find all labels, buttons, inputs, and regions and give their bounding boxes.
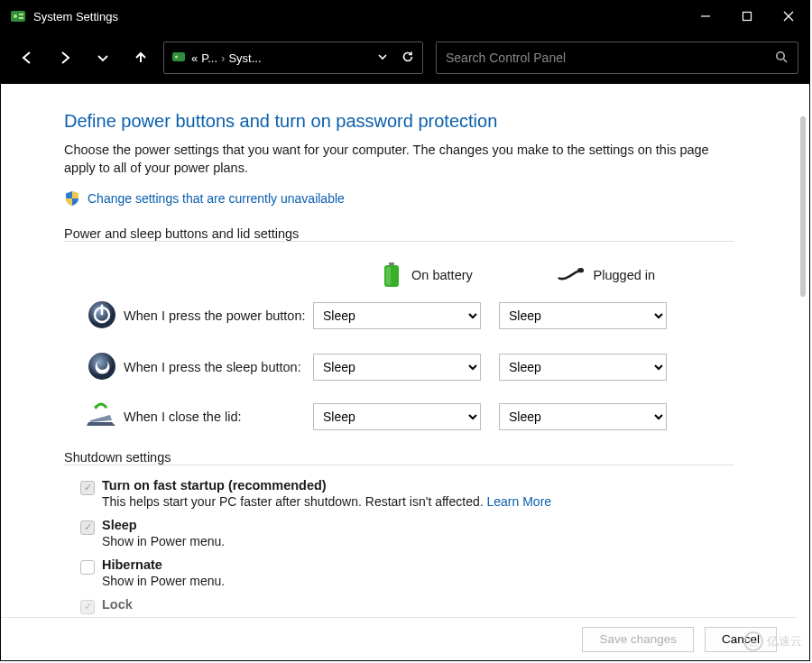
fast-startup-desc: This helps start your PC faster after sh…	[102, 494, 551, 509]
breadcrumb-prefix: «	[191, 51, 198, 65]
svg-rect-0	[11, 11, 25, 22]
page-title: Define power buttons and turn on passwor…	[64, 111, 734, 132]
sleep-button-battery-select[interactable]: Sleep	[313, 354, 481, 381]
hibernate-label: Hibernate	[102, 557, 225, 572]
svg-point-1	[14, 14, 17, 18]
save-changes-button[interactable]: Save changes	[582, 627, 694, 652]
scrollbar-thumb[interactable]	[800, 116, 806, 297]
hibernate-desc: Show in Power menu.	[102, 574, 225, 588]
column-plugged-label: Plugged in	[594, 268, 656, 282]
window-title: System Settings	[33, 10, 118, 23]
fast-startup-label: Turn on fast startup (recommended)	[102, 478, 551, 493]
chevron-right-icon: ›	[221, 51, 225, 65]
nav-up-button[interactable]	[125, 42, 156, 73]
power-button-battery-select[interactable]: Sleep	[313, 302, 481, 329]
checkbox-fast-startup[interactable]: ✓	[80, 481, 95, 495]
app-icon	[10, 8, 26, 24]
svg-rect-8	[172, 52, 185, 61]
titlebar: System Settings	[1, 1, 809, 32]
address-bar[interactable]: « P... › Syst...	[163, 41, 423, 74]
checkbox-lock[interactable]: ✓	[80, 600, 95, 614]
nav-back-button[interactable]	[12, 42, 42, 73]
svg-line-11	[784, 59, 788, 62]
close-lid-icon	[85, 402, 119, 432]
svg-point-9	[175, 55, 178, 58]
row-label-power-button: When I press the power button:	[124, 308, 313, 323]
search-icon	[774, 50, 789, 67]
nav-recent-button[interactable]	[88, 42, 118, 73]
battery-icon	[381, 261, 402, 290]
section-power-label: Power and sleep buttons and lid settings	[64, 226, 734, 242]
svg-point-15	[577, 268, 584, 272]
search-box[interactable]: Search Control Panel	[436, 41, 798, 74]
close-lid-plugged-select[interactable]: Sleep	[499, 403, 667, 430]
footer: Save changes Cancel	[1, 617, 797, 660]
power-button-icon	[87, 299, 117, 333]
breadcrumb-item[interactable]: Syst...	[228, 51, 261, 65]
checkbox-sleep[interactable]: ✓	[80, 520, 95, 535]
sleep-button-icon	[87, 351, 117, 384]
sleep-label: Sleep	[102, 518, 225, 532]
search-placeholder: Search Control Panel	[446, 51, 566, 65]
svg-rect-3	[19, 17, 23, 19]
row-label-sleep-button: When I press the sleep button:	[124, 360, 313, 374]
navbar: « P... › Syst... Search Control Panel	[1, 32, 809, 84]
address-dropdown-icon[interactable]	[377, 51, 388, 65]
svg-rect-5	[743, 13, 752, 21]
learn-more-link[interactable]: Learn More	[487, 494, 552, 509]
sleep-button-plugged-select[interactable]: Sleep	[499, 354, 667, 381]
breadcrumb-item[interactable]: P...	[201, 51, 217, 65]
nav-forward-button[interactable]	[50, 42, 80, 73]
checkbox-hibernate[interactable]	[80, 560, 95, 575]
watermark: △ 亿速云	[743, 631, 802, 651]
page-description: Choose the power settings that you want …	[64, 141, 734, 178]
close-lid-battery-select[interactable]: Sleep	[313, 403, 481, 430]
section-shutdown-label: Shutdown settings	[64, 450, 734, 465]
svg-rect-14	[386, 267, 391, 285]
svg-rect-2	[19, 14, 23, 15]
change-settings-link[interactable]: Change settings that are currently unava…	[88, 191, 345, 206]
minimize-button[interactable]	[685, 1, 726, 32]
refresh-button[interactable]	[401, 50, 415, 67]
maximize-button[interactable]	[726, 1, 768, 32]
shield-icon	[64, 190, 80, 207]
sleep-desc: Show in Power menu.	[102, 534, 225, 548]
lock-label: Lock	[102, 597, 133, 612]
column-battery-label: On battery	[411, 268, 473, 282]
plug-icon	[558, 265, 585, 285]
path-context-icon	[171, 50, 186, 67]
row-label-close-lid: When I close the lid:	[124, 410, 313, 424]
svg-rect-12	[389, 262, 394, 265]
svg-point-10	[777, 51, 784, 59]
close-button[interactable]	[768, 1, 809, 32]
power-button-plugged-select[interactable]: Sleep	[499, 302, 667, 329]
svg-point-19	[88, 353, 115, 380]
